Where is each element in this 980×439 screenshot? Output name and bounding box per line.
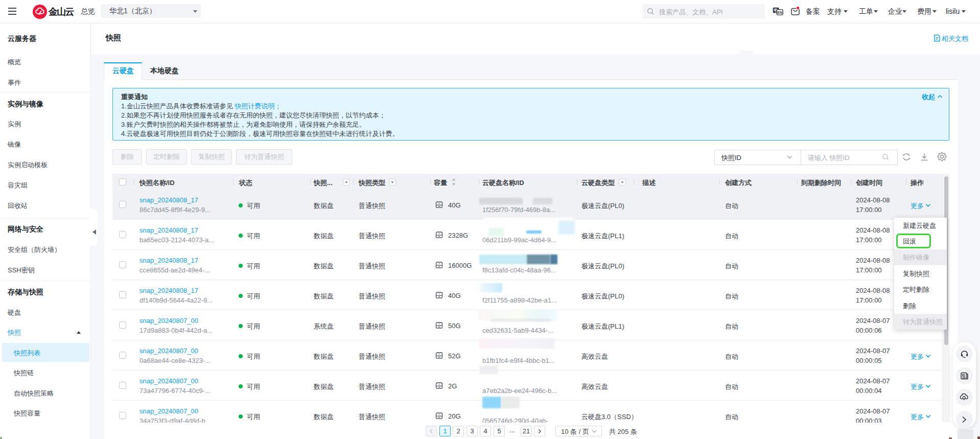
svg-text:EN: EN: [777, 11, 782, 14]
